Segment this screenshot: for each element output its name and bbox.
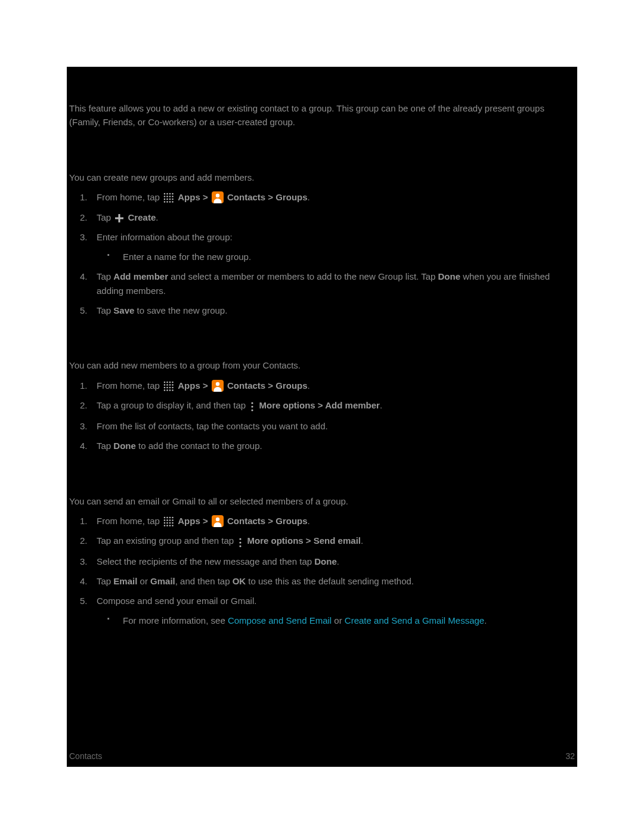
svg-point-38 — [252, 410, 253, 411]
more-options-icon — [237, 534, 243, 548]
step-item: 4. Tap Add member and select a member or… — [69, 270, 575, 298]
apps-grid-icon — [163, 193, 174, 203]
page-footer: Contacts 32 — [69, 750, 575, 763]
svg-point-0 — [164, 193, 166, 195]
contacts-icon — [212, 191, 224, 203]
svg-point-7 — [172, 196, 174, 198]
svg-point-30 — [172, 386, 174, 388]
page-number: 32 — [565, 750, 575, 763]
svg-point-39 — [164, 517, 166, 519]
svg-point-12 — [164, 202, 166, 203]
step-item: 4. Tap Done to add the contact to the gr… — [69, 439, 575, 453]
link-compose-email[interactable]: Compose and Send Email — [228, 615, 332, 625]
sub-list: Enter a name for the new group. — [97, 250, 575, 264]
svg-point-51 — [164, 525, 166, 527]
step-item: 5. Compose and send your email or Gmail.… — [69, 594, 575, 628]
section-heading-send: Send an Email or Gmail to Group Members — [69, 469, 575, 487]
sub-item: For more information, see Compose and Se… — [97, 614, 575, 627]
svg-point-40 — [166, 517, 168, 519]
svg-point-41 — [169, 517, 171, 519]
contacts-groups-path: Contacts > Groups — [227, 192, 308, 202]
svg-point-48 — [166, 522, 168, 524]
svg-point-27 — [164, 386, 166, 388]
svg-point-16 — [216, 194, 219, 197]
svg-point-2 — [169, 193, 171, 195]
svg-point-6 — [169, 196, 171, 198]
svg-point-32 — [166, 389, 168, 391]
steps-list: 1. From home, tap Apps > Contacts > Grou… — [69, 514, 575, 628]
svg-point-46 — [172, 519, 174, 521]
svg-point-35 — [216, 382, 219, 386]
step-item: 2. Tap a group to display it, and then t… — [69, 398, 575, 413]
svg-point-8 — [164, 199, 166, 200]
sub-list: For more information, see Compose and Se… — [97, 614, 575, 627]
section-lead: You can add new members to a group from … — [69, 358, 575, 372]
svg-point-37 — [252, 406, 253, 408]
svg-point-14 — [169, 202, 171, 203]
svg-point-58 — [240, 545, 242, 547]
link-gmail-message[interactable]: Create and Send a Gmail Message — [345, 615, 484, 625]
step-item: 5. Tap Save to save the new group. — [69, 304, 575, 317]
document-page: Contact Groups This feature allows you t… — [67, 67, 577, 767]
svg-point-47 — [164, 522, 166, 524]
svg-point-56 — [240, 538, 242, 540]
svg-point-21 — [169, 381, 171, 383]
svg-point-31 — [164, 389, 166, 391]
apps-grid-icon — [163, 516, 174, 527]
svg-point-22 — [172, 381, 174, 383]
svg-point-26 — [172, 384, 174, 386]
step-item: 1. From home, tap Apps > Contacts > Grou… — [69, 514, 575, 528]
step-item: 3. From the list of contacts, tap the co… — [69, 419, 575, 433]
svg-point-11 — [172, 199, 174, 200]
svg-point-19 — [164, 381, 166, 383]
svg-point-1 — [166, 193, 168, 195]
apps-label: Apps — [178, 192, 200, 202]
svg-point-20 — [166, 381, 168, 383]
svg-point-34 — [172, 389, 174, 391]
step-item: 2. Tap an existing group and then tap Mo… — [69, 534, 575, 549]
step-item: 3. Select the recipients of the new mess… — [69, 555, 575, 568]
svg-point-50 — [172, 522, 174, 524]
svg-point-52 — [166, 525, 168, 527]
svg-point-10 — [169, 199, 171, 200]
plus-icon — [114, 213, 124, 223]
svg-point-24 — [166, 384, 168, 386]
steps-list: 1. From home, tap Apps > Contacts > Grou… — [69, 379, 575, 453]
svg-point-25 — [169, 384, 171, 386]
svg-point-49 — [169, 522, 171, 524]
step-text: Enter information about the group: — [97, 232, 233, 242]
svg-point-13 — [166, 202, 168, 203]
sub-item: Enter a name for the new group. — [97, 250, 575, 264]
svg-point-23 — [164, 384, 166, 386]
svg-point-29 — [169, 386, 171, 388]
svg-point-3 — [172, 193, 174, 195]
svg-point-54 — [172, 525, 174, 527]
svg-point-4 — [164, 196, 166, 198]
svg-point-43 — [164, 519, 166, 521]
contacts-icon — [212, 515, 224, 527]
apps-grid-icon — [163, 381, 174, 392]
intro-paragraph: This feature allows you to add a new or … — [69, 101, 575, 129]
svg-point-36 — [252, 402, 253, 404]
contacts-icon — [212, 380, 224, 392]
svg-point-28 — [166, 386, 168, 388]
svg-rect-18 — [115, 217, 123, 219]
svg-point-57 — [240, 541, 242, 543]
section-lead: You can send an email or Gmail to all or… — [69, 494, 575, 508]
step-text: Tap — [97, 212, 113, 222]
more-options-icon — [249, 399, 255, 413]
section-heading-add: Add a Contact to a Group — [69, 334, 575, 351]
create-label: Create — [128, 212, 156, 222]
svg-point-42 — [172, 517, 174, 519]
steps-list: 1. From home, tap Apps > Contacts > Grou… — [69, 190, 575, 317]
footer-section: Contacts — [69, 750, 102, 763]
section-lead: You can create new groups and add member… — [69, 171, 575, 184]
svg-point-9 — [166, 199, 168, 200]
step-item: 1. From home, tap Apps > Contacts > Grou… — [69, 190, 575, 204]
svg-point-44 — [166, 519, 168, 521]
step-item: 1. From home, tap Apps > Contacts > Grou… — [69, 379, 575, 392]
step-item: 3. Enter information about the group: En… — [69, 230, 575, 264]
svg-point-5 — [166, 196, 168, 198]
svg-point-33 — [169, 389, 171, 391]
page-title: Contact Groups — [69, 73, 575, 93]
